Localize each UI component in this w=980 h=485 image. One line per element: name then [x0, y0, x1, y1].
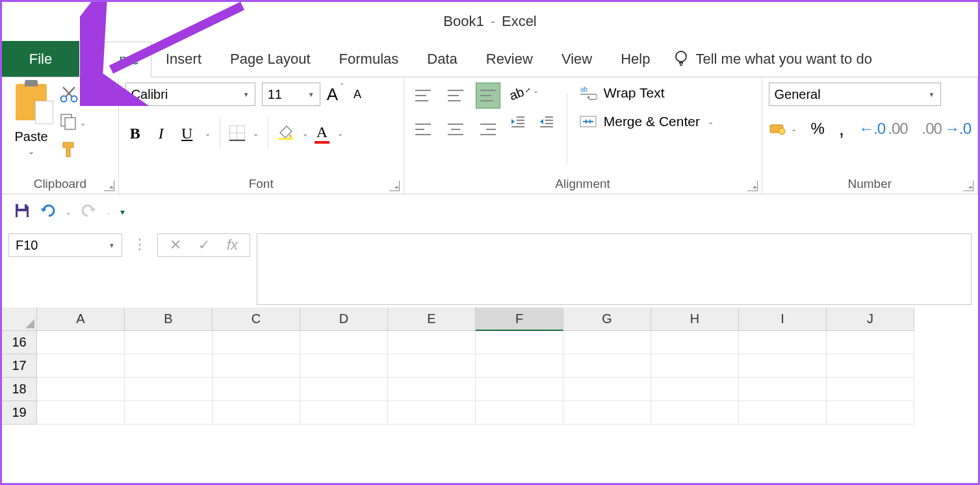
tab-review[interactable]: Review — [472, 41, 547, 77]
cell-F18[interactable] — [476, 378, 563, 401]
cell-F16[interactable] — [476, 331, 563, 354]
align-center-button[interactable] — [443, 116, 468, 142]
cell-I18[interactable] — [739, 378, 827, 401]
cell-J19[interactable] — [827, 401, 914, 425]
cell-B19[interactable] — [125, 401, 213, 425]
cell-B17[interactable] — [125, 354, 213, 378]
column-header-J[interactable]: J — [827, 308, 914, 331]
decrease-font-button[interactable]: A — [354, 88, 361, 101]
cell-D16[interactable] — [300, 331, 388, 354]
cell-E16[interactable] — [388, 331, 476, 354]
formula-bar-handle[interactable]: ⋮ — [129, 233, 151, 256]
merge-center-button[interactable]: Merge & Center ⌄ — [579, 114, 714, 129]
column-header-H[interactable]: H — [651, 308, 739, 331]
cell-E18[interactable] — [388, 378, 476, 401]
cell-B18[interactable] — [125, 378, 213, 401]
cell-J18[interactable] — [827, 378, 914, 401]
column-header-D[interactable]: D — [300, 308, 388, 331]
wrap-text-button[interactable]: ab Wrap Text — [579, 85, 714, 101]
copy-dropdown-icon[interactable]: ⌄ — [80, 119, 86, 127]
cell-I19[interactable] — [739, 401, 827, 425]
borders-button[interactable] — [229, 125, 245, 141]
font-launcher[interactable] — [389, 181, 400, 191]
column-header-A[interactable]: A — [37, 308, 125, 331]
cell-F17[interactable] — [476, 354, 563, 378]
cell-I16[interactable] — [739, 331, 827, 354]
cell-C17[interactable] — [213, 354, 300, 378]
cell-D17[interactable] — [300, 354, 388, 378]
name-box[interactable]: F10▼ — [8, 233, 122, 257]
fill-dropdown-icon[interactable]: ⌄ — [302, 129, 308, 138]
column-header-E[interactable]: E — [388, 308, 476, 331]
cell-D18[interactable] — [300, 378, 388, 401]
alignment-launcher[interactable] — [747, 181, 758, 191]
enter-icon[interactable]: ✓ — [198, 237, 210, 254]
redo-button[interactable] — [80, 202, 97, 222]
orientation-button[interactable]: ab⤢⌄ — [509, 86, 555, 101]
align-bottom-button[interactable] — [476, 83, 500, 109]
tell-me-search[interactable]: Tell me what you want to do — [664, 41, 871, 77]
font-size-combo[interactable]: 11▼ — [262, 83, 320, 106]
format-painter-button[interactable] — [59, 140, 86, 161]
redo-dropdown-icon[interactable]: ⌄ — [106, 209, 111, 216]
cell-C16[interactable] — [213, 331, 300, 354]
paste-button[interactable]: Paste ⌄ — [8, 83, 54, 156]
tab-view[interactable]: View — [547, 41, 606, 77]
merge-dropdown-icon[interactable]: ⌄ — [708, 118, 714, 126]
cell-C19[interactable] — [213, 401, 300, 425]
font-color-dropdown-icon[interactable]: ⌄ — [337, 129, 343, 138]
cell-J17[interactable] — [827, 354, 914, 378]
font-color-button[interactable]: A — [315, 124, 329, 144]
comma-button[interactable]: , — [839, 118, 844, 140]
formula-input[interactable] — [257, 233, 972, 305]
cell-B16[interactable] — [125, 331, 213, 354]
tab-help[interactable]: Help — [606, 41, 664, 77]
qat-customize-icon[interactable]: ▾ — [120, 207, 125, 217]
fill-color-button[interactable] — [277, 124, 294, 143]
cell-G17[interactable] — [563, 354, 651, 378]
cell-F19[interactable] — [476, 401, 563, 425]
italic-button[interactable]: I — [151, 125, 171, 142]
undo-button[interactable] — [40, 202, 57, 222]
column-header-C[interactable]: C — [213, 308, 300, 331]
cell-H17[interactable] — [651, 354, 739, 378]
decrease-decimal-button[interactable]: .00→.0 — [922, 121, 971, 137]
cell-H18[interactable] — [651, 378, 739, 401]
decrease-indent-button[interactable] — [509, 114, 526, 131]
tab-home[interactable]: me — [80, 42, 151, 77]
increase-indent-button[interactable] — [538, 114, 555, 131]
undo-dropdown-icon[interactable]: ⌄ — [66, 209, 71, 216]
cell-E17[interactable] — [388, 354, 476, 378]
select-all-corner[interactable] — [2, 308, 37, 331]
underline-dropdown-icon[interactable]: ⌄ — [205, 129, 211, 138]
column-header-G[interactable]: G — [563, 308, 651, 331]
font-name-combo[interactable]: Calibri▼ — [125, 83, 255, 106]
increase-decimal-button[interactable]: ←.0.00 — [858, 121, 907, 137]
increase-font-button[interactable]: Aˆ — [327, 85, 338, 105]
column-header-B[interactable]: B — [125, 308, 213, 331]
cell-A16[interactable] — [37, 331, 125, 354]
row-header-16[interactable]: 16 — [2, 331, 37, 354]
number-launcher[interactable] — [963, 181, 974, 191]
cell-J16[interactable] — [827, 331, 914, 354]
number-format-combo[interactable]: General▼ — [769, 83, 941, 106]
align-middle-button[interactable] — [443, 83, 468, 109]
row-header-19[interactable]: 19 — [2, 401, 37, 425]
cell-I17[interactable] — [739, 354, 827, 378]
tab-data[interactable]: Data — [413, 41, 471, 77]
cell-E19[interactable] — [388, 401, 476, 425]
fx-icon[interactable]: fx — [227, 237, 238, 254]
clipboard-launcher[interactable] — [104, 181, 114, 191]
save-button[interactable] — [14, 202, 31, 222]
column-header-F[interactable]: F — [476, 308, 563, 331]
paste-dropdown-icon[interactable]: ⌄ — [28, 147, 34, 156]
align-right-button[interactable] — [476, 116, 500, 142]
tab-formulas[interactable]: Formulas — [325, 41, 413, 77]
align-left-button[interactable] — [411, 116, 435, 142]
row-header-17[interactable]: 17 — [2, 354, 37, 378]
cell-C18[interactable] — [213, 378, 300, 401]
cell-A17[interactable] — [37, 354, 125, 378]
cell-D19[interactable] — [300, 401, 388, 425]
percent-button[interactable]: % — [811, 120, 825, 138]
align-top-button[interactable] — [411, 83, 435, 109]
